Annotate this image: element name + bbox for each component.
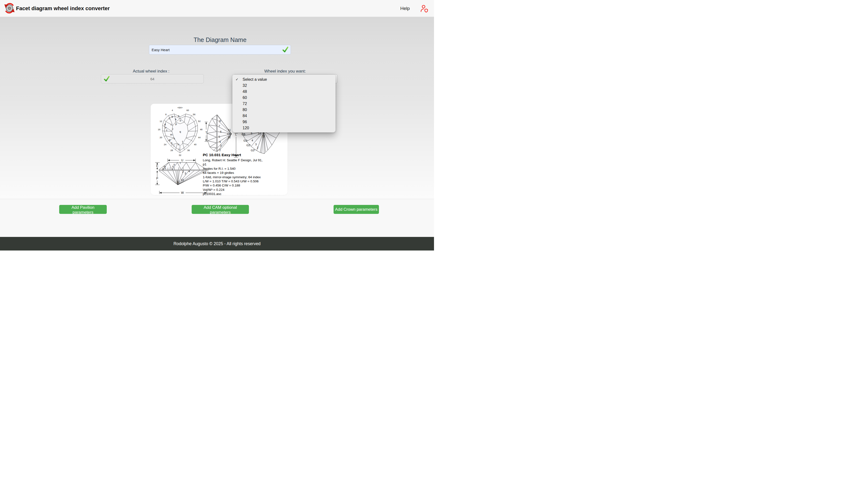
svg-text:28: 28	[171, 149, 173, 151]
dropdown-option-72[interactable]: 72	[232, 100, 336, 107]
svg-text:d: d	[164, 123, 166, 126]
app-title: Facet diagram wheel index converter	[16, 0, 110, 17]
svg-text:m: m	[170, 133, 172, 136]
svg-text:4: 4	[252, 139, 253, 142]
svg-text:G3: G3	[251, 149, 254, 152]
dropdown-option-select-a-value[interactable]: ✓ Select a value	[232, 76, 336, 83]
svg-text:s: s	[174, 137, 175, 140]
c-dimension-label: C	[156, 164, 158, 168]
dropdown-option-label: Select a value	[243, 77, 267, 82]
svg-text:3: 3	[184, 172, 186, 175]
svg-text:2: 2	[182, 170, 184, 173]
svg-text:G2: G2	[246, 144, 250, 147]
dropdown-option-32[interactable]: 32	[232, 83, 336, 88]
svg-text:8: 8	[219, 119, 221, 122]
actual-wheel-index-value: 64	[101, 74, 203, 84]
svg-text:32: 32	[179, 154, 181, 157]
bottom-section-background	[0, 199, 434, 237]
svg-text:j: j	[178, 147, 179, 150]
svg-text:6: 6	[220, 130, 222, 133]
svg-text:11: 11	[228, 129, 231, 131]
dropdown-option-60[interactable]: 60	[232, 95, 336, 100]
app-logo-wheel-icon	[4, 3, 15, 14]
svg-text:7: 7	[219, 125, 220, 128]
actual-wheel-index-label: Actual wheel index :	[78, 69, 224, 74]
svg-text:40: 40	[194, 143, 196, 146]
p-dimension-label: P	[156, 177, 158, 180]
svg-text:12: 12	[262, 135, 265, 138]
svg-text:4: 4	[172, 109, 173, 111]
svg-text:q: q	[180, 130, 181, 133]
t-dimension-label: T	[205, 131, 207, 134]
dropdown-option-80[interactable]: 80	[232, 107, 336, 113]
svg-text:4: 4	[189, 170, 190, 173]
svg-text:g: g	[169, 138, 170, 141]
svg-text:h: h	[165, 167, 166, 170]
svg-text:4: 4	[219, 140, 221, 143]
diagram-name-input[interactable]	[149, 45, 291, 55]
copyright-text: Rodolphe Augusto © 2025 - All rights res…	[0, 237, 434, 250]
diagram-info-block: PC 10.031 Easy Heart Long, Robert H: Sea…	[203, 153, 263, 196]
svg-text:t: t	[182, 140, 183, 143]
actual-wheel-index-field: 64	[101, 74, 204, 83]
svg-text:k: k	[175, 118, 177, 121]
dropdown-option-120[interactable]: 120	[232, 125, 336, 131]
svg-text:b: b	[171, 115, 173, 118]
svg-text:i: i	[168, 167, 168, 170]
svg-text:h: h	[171, 142, 172, 145]
face-index-top: <64>	[177, 106, 183, 109]
svg-text:8: 8	[165, 113, 167, 116]
svg-text:3: 3	[220, 144, 222, 147]
svg-text:12: 12	[228, 136, 231, 139]
svg-text:c: c	[169, 117, 170, 120]
help-link[interactable]: Help	[400, 0, 410, 17]
svg-text:13: 13	[181, 179, 184, 181]
header-bar: Facet diagram wheel index converter Help	[0, 0, 434, 17]
svg-text:n: n	[178, 143, 179, 146]
svg-text:12: 12	[177, 180, 180, 183]
svg-text:G1: G1	[244, 139, 247, 142]
w-dimension-label: W	[181, 191, 184, 194]
svg-text:16: 16	[158, 128, 160, 131]
dropdown-option-96[interactable]: 96	[232, 119, 336, 125]
add-pavilion-parameters-button[interactable]: Add Pavilion parameters	[59, 205, 107, 214]
svg-text:5: 5	[219, 135, 220, 138]
svg-text:48: 48	[200, 128, 202, 131]
svg-text:l: l	[171, 123, 171, 126]
wanted-wheel-index-label: Wheel index you want:	[212, 69, 358, 74]
svg-text:j: j	[172, 167, 173, 170]
elevation-diagram: U C P W s t m n g h i j 2 3 4 13 12	[154, 157, 208, 194]
svg-text:3: 3	[255, 143, 257, 146]
wheel-index-dropdown: ✓ Select a value 32 48 60 72 80 84 96 12…	[232, 75, 336, 132]
svg-text:g: g	[162, 167, 164, 170]
svg-text:s: s	[173, 163, 175, 166]
u-dimension-label: U	[181, 159, 183, 162]
svg-text:36: 36	[187, 149, 190, 151]
add-cam-optional-parameters-button[interactable]: Add CAM optional parameters	[192, 205, 249, 214]
user-shield-icon[interactable]	[420, 4, 428, 13]
dropdown-option-84[interactable]: 84	[232, 113, 336, 119]
selected-check-icon: ✓	[235, 76, 239, 83]
svg-text:44: 44	[198, 136, 200, 139]
svg-text:56: 56	[193, 113, 195, 116]
svg-text:i: i	[174, 144, 174, 147]
page-title: The Diagram Name	[145, 36, 295, 43]
svg-text:2: 2	[219, 149, 221, 151]
add-crown-parameters-button[interactable]: Add Crown parameters	[334, 205, 379, 214]
svg-text:a: a	[178, 115, 180, 117]
heart-face-diagram: <64> 4 60 8 56 12 52 16 48 20 44 24 40 2…	[154, 105, 206, 158]
name-valid-check-icon	[282, 46, 289, 53]
svg-text:o: o	[180, 119, 181, 122]
svg-text:13: 13	[227, 132, 230, 135]
svg-text:60: 60	[186, 109, 189, 111]
svg-text:2: 2	[257, 146, 258, 149]
svg-text:20: 20	[160, 136, 162, 139]
svg-text:r: r	[172, 128, 173, 130]
svg-text:t: t	[180, 161, 180, 164]
dropdown-option-48[interactable]: 48	[232, 88, 336, 95]
svg-text:52: 52	[198, 120, 200, 122]
svg-text:G5: G5	[242, 133, 245, 136]
diagram-info-title: PC 10.031 Easy Heart	[203, 153, 263, 157]
svg-text:p: p	[176, 122, 177, 125]
l-dimension-label: L	[235, 133, 237, 136]
